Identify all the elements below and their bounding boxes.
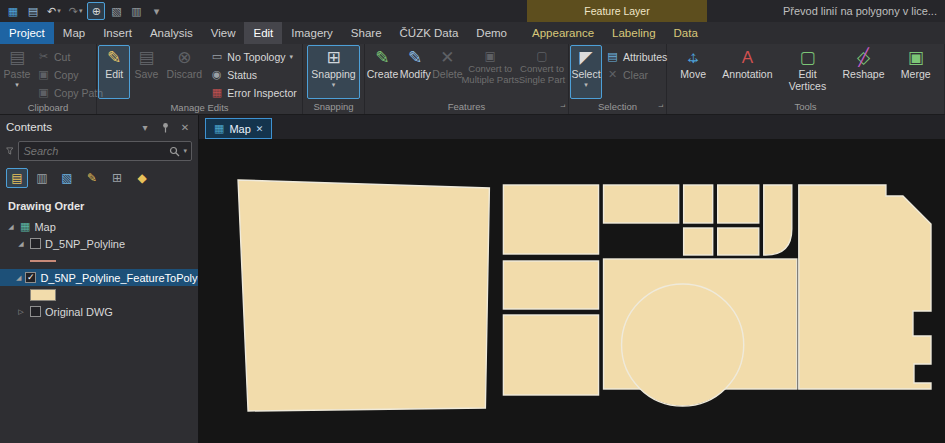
map-feature-room-g[interactable] xyxy=(684,228,713,255)
quick-access-toolbar: ▦▤↶▾↷▾⊕▧▥▾ xyxy=(0,0,165,22)
convert-to-multiple-parts-button[interactable]: ▣Convert toMultiple Parts xyxy=(463,45,517,99)
map-feature-room-c[interactable] xyxy=(503,315,598,395)
ribbon-tab-demo[interactable]: Demo xyxy=(467,22,516,44)
symbol-fill[interactable] xyxy=(0,286,198,303)
panel-close-icon[interactable]: ✕ xyxy=(178,122,192,133)
layer-visibility-checkbox[interactable] xyxy=(30,238,41,249)
layer-row-d-5np-polyline-featuretopolygon[interactable]: ◢✓D_5NP_Polyline_FeatureToPolygon xyxy=(0,269,198,286)
expand-icon[interactable]: ▷ xyxy=(16,308,26,316)
paste-button[interactable]: ▤Paste▾ xyxy=(1,45,33,99)
panel-menu-icon[interactable]: ▾ xyxy=(138,122,152,133)
ribbon-tab-edit[interactable]: Edit xyxy=(244,22,282,44)
layer-visibility-checkbox[interactable] xyxy=(30,306,41,317)
layer-row-d-5np-polyline[interactable]: ◢D_5NP_Polyline xyxy=(0,235,198,252)
copy-path-button[interactable]: ▣Copy Path xyxy=(33,84,107,101)
ribbon-tab-zk-data[interactable]: ČÚZK Data xyxy=(391,22,468,44)
ribbon-tab-project[interactable]: Project xyxy=(0,22,54,44)
reshape-icon-overlay: ╱ xyxy=(854,48,874,68)
status-button[interactable]: ◉Status xyxy=(206,66,300,83)
dialog-launcher-icon[interactable]: ⌐ xyxy=(658,103,663,111)
map-feature-room-a[interactable] xyxy=(503,185,598,254)
layer-row-original-dwg[interactable]: ▷Original DWG xyxy=(0,303,198,320)
search-input[interactable] xyxy=(23,145,166,157)
map-feature-room-d[interactable] xyxy=(604,185,679,223)
layer-row-map[interactable]: ◢▦Map xyxy=(0,218,198,235)
ribbon-tab-view[interactable]: View xyxy=(202,22,245,44)
annotation-button[interactable]: AAnnotation xyxy=(718,45,776,99)
list-by-editing-button[interactable]: ✎ xyxy=(81,168,103,188)
window-title: Převod linií na polygony v lice... xyxy=(783,0,937,22)
symbol-line[interactable] xyxy=(0,252,198,269)
error-inspector-button[interactable]: ▦Error Inspector xyxy=(206,84,300,101)
move-button[interactable]: ↔↕Move xyxy=(676,45,710,99)
contents-panel-header: Contents ▾ ✕ xyxy=(0,115,198,139)
map-canvas[interactable] xyxy=(199,139,945,443)
attributes-button[interactable]: ▤Attributes xyxy=(602,48,671,65)
search-icon[interactable] xyxy=(169,146,180,157)
qat-button-measure-tool-icon[interactable]: ▧ xyxy=(107,2,125,20)
map-feature-hall-round[interactable] xyxy=(622,284,744,406)
edit-button[interactable]: ✎Edit xyxy=(98,45,130,99)
list-by-selection-button[interactable]: ▧ xyxy=(56,168,78,188)
qat-button-undo-icon[interactable]: ↶▾ xyxy=(44,2,64,20)
search-options-caret-icon[interactable]: ▾ xyxy=(183,147,187,155)
pin-icon[interactable] xyxy=(158,122,172,133)
merge-button[interactable]: ▣Merge xyxy=(897,45,935,99)
snapping-button[interactable]: ⊞Snapping▾ xyxy=(307,45,359,99)
save-button[interactable]: ▤Save xyxy=(130,45,162,99)
layer-visibility-checkbox[interactable]: ✓ xyxy=(25,272,36,283)
map-feature-parcel-right[interactable] xyxy=(799,185,931,389)
select-button[interactable]: ◤Select▾ xyxy=(570,45,602,99)
collapse-icon[interactable]: ◢ xyxy=(16,274,21,282)
polygon-symbol-swatch[interactable] xyxy=(30,289,56,301)
ribbon-tab-imagery[interactable]: Imagery xyxy=(282,22,342,44)
clear-button[interactable]: ✕Clear xyxy=(602,66,671,83)
discard-button[interactable]: ⊗Discard xyxy=(163,45,207,99)
dialog-launcher-icon[interactable]: ⌐ xyxy=(560,103,565,111)
qat-button-project-icon[interactable]: ▦ xyxy=(4,2,22,20)
line-symbol-swatch[interactable] xyxy=(30,260,56,262)
list-by-drawing-order-button[interactable]: ▤ xyxy=(6,168,28,188)
filter-icon[interactable] xyxy=(6,145,13,157)
qat-button-redo-icon[interactable]: ↷▾ xyxy=(66,2,86,20)
map-view-tab[interactable]: ▦ Map ✕ xyxy=(205,118,272,139)
map-feature-room-b[interactable] xyxy=(503,261,598,309)
search-row: ▾ xyxy=(0,139,198,165)
list-by-snapping-button[interactable]: ⊞ xyxy=(106,168,128,188)
qat-button-explore-tool-icon[interactable]: ⊕ xyxy=(87,2,105,20)
map-feature-parcel-left[interactable] xyxy=(238,180,489,411)
map-feature-room-f[interactable] xyxy=(718,185,759,223)
ribbon-group-manage-edits: ✎Edit▤Save⊗Discard▭No Topology▾◉Status▦E… xyxy=(97,44,303,114)
list-by-data-source-button[interactable]: ▥ xyxy=(31,168,53,188)
collapse-icon[interactable]: ◢ xyxy=(16,240,26,248)
ribbon-tab-map[interactable]: Map xyxy=(54,22,94,44)
convert-to-single-part-button[interactable]: ▢Convert toSingle Part xyxy=(517,45,567,99)
map-tab-close-icon[interactable]: ✕ xyxy=(256,124,264,134)
map-feature-room-i[interactable] xyxy=(764,185,792,255)
map-feature-room-e[interactable] xyxy=(684,185,713,223)
dropdown-caret-icon: ▾ xyxy=(57,3,61,19)
modify-button[interactable]: ✎Modify xyxy=(399,45,431,99)
map-feature-room-h[interactable] xyxy=(718,228,759,255)
cut-button[interactable]: ✂Cut xyxy=(33,48,107,65)
reshape-button[interactable]: ◇╱Reshape xyxy=(839,45,889,99)
ribbon-tab-appearance[interactable]: Appearance xyxy=(523,22,603,44)
ribbon-tab-analysis[interactable]: Analysis xyxy=(141,22,202,44)
qat-button-save-project-icon[interactable]: ▤ xyxy=(24,2,42,20)
contextual-tab-group-header[interactable]: Feature Layer xyxy=(527,0,707,22)
delete-button[interactable]: ✕Delete xyxy=(431,45,463,99)
qat-button-locate-tool-icon[interactable]: ▥ xyxy=(127,2,145,20)
ribbon-tab-labeling[interactable]: Labeling xyxy=(603,22,664,44)
edit-vertices-button[interactable]: ▢EditVertices xyxy=(785,45,830,99)
qat-button-customize-quick-access-icon[interactable]: ▾ xyxy=(147,2,165,20)
dropdown-caret-icon: ▾ xyxy=(79,3,83,19)
list-by-labeling-button[interactable]: ◆ xyxy=(131,168,153,188)
create-button[interactable]: ✎Create xyxy=(366,45,399,99)
collapse-icon[interactable]: ◢ xyxy=(6,223,16,231)
ribbon-tab-data[interactable]: Data xyxy=(665,22,707,44)
ribbon-tab-insert[interactable]: Insert xyxy=(94,22,141,44)
copy-button[interactable]: ▣Copy xyxy=(33,66,107,83)
ribbon-tab-share[interactable]: Share xyxy=(342,22,391,44)
no-topology-button[interactable]: ▭No Topology▾ xyxy=(206,48,300,65)
layer-tree: ◢▦Map◢D_5NP_Polyline◢✓D_5NP_Polyline_Fea… xyxy=(0,218,198,443)
